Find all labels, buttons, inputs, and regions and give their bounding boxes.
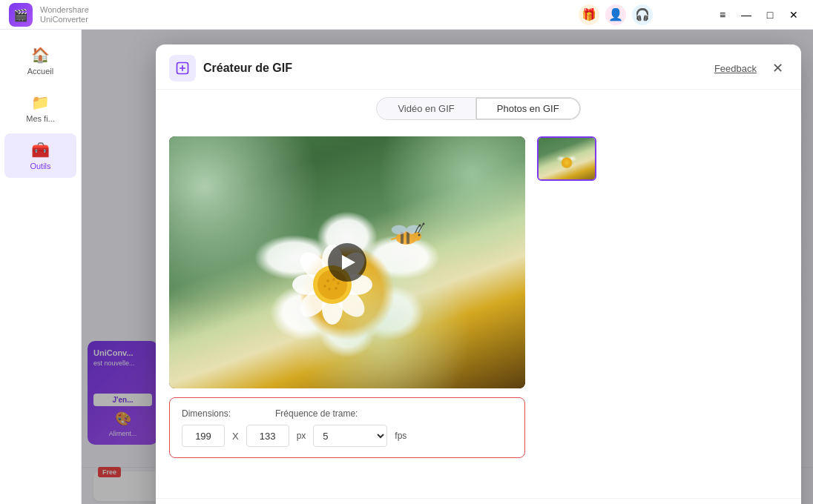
thumbnail-image: [539, 138, 595, 179]
play-button[interactable]: [328, 243, 366, 282]
dialog-footer: Emplacement de sortie: C:\Users\ws\Pictu…: [156, 498, 801, 504]
app-name-text: Wondershare UniConverter: [40, 5, 89, 24]
play-triangle-icon: [342, 255, 355, 270]
video-area: Dimensions: Fréquence de trame: X px 5: [169, 136, 525, 489]
height-input[interactable]: [246, 425, 289, 447]
svg-point-26: [323, 285, 326, 288]
dialog-header-right: Feedback ✕: [714, 58, 788, 79]
feedback-link[interactable]: Feedback: [714, 63, 757, 74]
gif-creator-dialog: Créateur de GIF Feedback ✕ Vidéo en GIF …: [156, 44, 801, 504]
tools-icon: 🧰: [31, 141, 50, 159]
dialog-header: Créateur de GIF Feedback ✕: [156, 44, 801, 90]
content-area: idéo facile àfaire ressortir lement desK…: [82, 30, 813, 504]
dimensions-label: Dimensions:: [182, 408, 231, 419]
svg-point-22: [332, 278, 335, 281]
headset-icon-btn[interactable]: 🎧: [632, 4, 653, 25]
framerate-label: Fréquence de trame:: [275, 408, 358, 419]
svg-point-10: [423, 223, 425, 225]
svg-point-25: [328, 288, 331, 291]
files-icon: 📁: [31, 93, 50, 111]
svg-point-7: [412, 232, 421, 241]
main-content: 🏠 Accueil 📁 Mes fi... 🧰 Outils idéo faci…: [0, 30, 813, 504]
settings-labels-row: Dimensions: Fréquence de trame:: [182, 408, 513, 419]
gift-icon-btn[interactable]: 🎁: [579, 4, 599, 25]
sidebar-item-files[interactable]: 📁 Mes fi...: [4, 86, 76, 130]
sidebar-label-home: Accueil: [27, 67, 53, 76]
app-background: 🎬 Wondershare UniConverter 🎁 👤 🎧 ≡ — □ ✕…: [0, 0, 813, 504]
svg-point-21: [326, 279, 329, 282]
dialog-icon: [169, 55, 196, 82]
tab-video-gif[interactable]: Vidéo en GIF: [376, 97, 475, 120]
dialog-body: Dimensions: Fréquence de trame: X px 5: [156, 127, 801, 498]
svg-point-23: [337, 282, 340, 285]
svg-rect-4: [406, 232, 409, 244]
settings-inputs-row: X px 5 10 15 20 25 30: [182, 425, 513, 447]
sidebar-label-tools: Outils: [30, 162, 50, 170]
svg-point-8: [418, 234, 421, 236]
thumbnail-preview[interactable]: [537, 136, 596, 181]
top-icon-group: 🎁 👤 🎧: [579, 4, 653, 25]
bee-illustration: [377, 212, 436, 256]
sidebar-item-home[interactable]: 🏠 Accueil: [4, 39, 76, 83]
settings-box: Dimensions: Fréquence de trame: X px 5: [169, 397, 525, 458]
minimize-btn[interactable]: —: [736, 4, 757, 25]
app-title-area: 🎬 Wondershare UniConverter: [9, 0, 89, 30]
sidebar-item-tools[interactable]: 🧰 Outils: [4, 133, 76, 178]
window-controls: ≡ — □ ✕: [712, 4, 804, 25]
svg-point-24: [335, 287, 338, 290]
svg-point-9: [419, 225, 421, 227]
sidebar: 🏠 Accueil 📁 Mes fi... 🧰 Outils: [0, 30, 82, 504]
tab-photos-gif[interactable]: Photos en GIF: [476, 97, 581, 120]
dialog-title: Créateur de GIF: [203, 62, 292, 75]
dialog-close-btn[interactable]: ✕: [767, 58, 788, 79]
close-window-btn[interactable]: ✕: [783, 4, 804, 25]
dialog-title-row: Créateur de GIF: [169, 55, 292, 82]
video-preview[interactable]: [169, 136, 525, 388]
title-bar: 🎬 Wondershare UniConverter 🎁 👤 🎧 ≡ — □ ✕: [0, 0, 813, 30]
dialog-tabs: Vidéo en GIF Photos en GIF: [156, 90, 801, 127]
maximize-btn[interactable]: □: [760, 4, 780, 25]
menu-icon-btn[interactable]: ≡: [712, 4, 733, 25]
sidebar-label-files: Mes fi...: [26, 114, 55, 123]
fps-select[interactable]: 5 10 15 20 25 30: [313, 425, 387, 447]
app-logo: 🎬: [9, 3, 33, 27]
home-icon: 🏠: [31, 46, 50, 64]
svg-point-5: [392, 225, 406, 234]
dimension-separator: X: [232, 431, 239, 442]
user-icon-btn[interactable]: 👤: [605, 4, 626, 25]
width-input[interactable]: [182, 425, 225, 447]
right-panel: [537, 136, 788, 489]
dimension-unit: px: [297, 431, 306, 441]
fps-unit-label: fps: [395, 431, 406, 441]
